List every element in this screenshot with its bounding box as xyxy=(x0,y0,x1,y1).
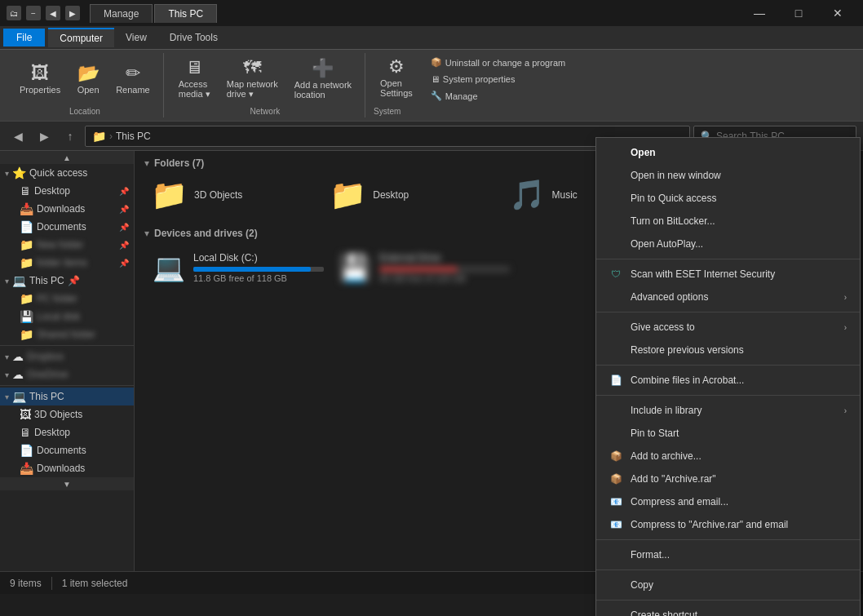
ctx-item-turn-on-bitlocker---[interactable]: Turn on BitLocker... xyxy=(596,210,860,233)
system-group-label: System xyxy=(374,105,401,116)
ctx-item-add-to--archive-rar-[interactable]: 📦Add to "Archive.rar" xyxy=(596,468,860,490)
folder-3d-objects[interactable]: 📁 3D Objects xyxy=(144,175,316,215)
sidebar-item-this-pc-bottom[interactable]: ▾ 💻 This PC xyxy=(0,388,134,405)
system-icon[interactable]: 🗂 xyxy=(7,6,21,20)
uninstall-icon: 📦 xyxy=(431,57,442,68)
back-btn[interactable]: ◀ xyxy=(46,6,60,20)
ctx-item-compress-to--archive-rar--and-email[interactable]: 📧Compress to "Archive.rar" and email xyxy=(596,513,860,536)
scroll-down-btn[interactable]: ▼ xyxy=(0,477,134,490)
ctx-icon-spacer-3 xyxy=(609,215,622,228)
sidebar-item-this-pc-top[interactable]: ▾ 💻 This PC 📌 xyxy=(0,272,134,290)
ctx-item-open-in-new-window[interactable]: Open in new window xyxy=(596,164,860,187)
ctx-item-pin-to-start[interactable]: Pin to Start xyxy=(596,422,860,445)
tab-computer[interactable]: Computer xyxy=(48,28,114,47)
folders-section-title: Folders (7) xyxy=(154,157,204,169)
ctx-item-advanced-options[interactable]: Advanced options› xyxy=(596,286,860,308)
sidebar-item-downloads-bottom[interactable]: 📥 Downloads xyxy=(0,459,134,477)
location-group-label: Location xyxy=(69,105,100,116)
address-folder-icon: 📁 xyxy=(92,130,106,143)
minimize-btn[interactable]: — xyxy=(741,0,778,26)
this-pc-top-label: This PC xyxy=(29,275,64,286)
downloads-label: Downloads xyxy=(37,203,116,215)
sidebar-item-downloads[interactable]: 📥 Downloads 📌 xyxy=(0,200,134,218)
ctx-item-give-access-to[interactable]: Give access to› xyxy=(596,316,860,339)
folder-desktop[interactable]: 📁 Desktop xyxy=(323,175,495,215)
ctx-item-combine-files-in-acrobat---[interactable]: 📄Combine files in Acrobat... xyxy=(596,369,860,392)
sidebar-item-documents[interactable]: 📄 Documents 📌 xyxy=(0,218,134,236)
sidebar-item-onedrive[interactable]: ▾ ☁ OneDrive xyxy=(0,366,134,383)
ribbon-add-network-btn[interactable]: ➕ Add a networklocation xyxy=(288,56,358,103)
drive-c[interactable]: 💻 Local Disk (C:) 11.8 GB free of 118 GB xyxy=(144,246,324,290)
ctx-icon-spacer-1 xyxy=(609,169,622,182)
ctx-icon-18: 📧 xyxy=(609,495,622,508)
title-bar-icons[interactable]: 🗂 − ◀ ▶ xyxy=(7,6,80,20)
forward-btn[interactable]: ▶ xyxy=(65,6,80,20)
ctx-label-9: Give access to xyxy=(631,321,836,333)
ctx-sep-20 xyxy=(596,539,860,540)
ctx-arrow-9: › xyxy=(844,323,847,332)
ctx-label-19: Compress to "Archive.rar" and email xyxy=(631,519,847,530)
sidebar-item-blurred2[interactable]: 📁 folder items 📌 xyxy=(0,254,134,272)
ribbon-open-settings-btn[interactable]: ⚙ OpenSettings xyxy=(374,55,419,104)
ribbon-manage-btn[interactable]: 🔧 Manage xyxy=(426,88,570,104)
sidebar-item-dropbox[interactable]: ▾ ☁ Dropbox xyxy=(0,348,134,366)
ctx-item-open-autoplay---[interactable]: Open AutoPlay... xyxy=(596,233,860,255)
ctx-icon-spacer-0 xyxy=(609,146,622,159)
ctx-item-add-to-archive---[interactable]: 📦Add to archive... xyxy=(596,445,860,468)
ctx-item-pin-to-quick-access[interactable]: Pin to Quick access xyxy=(596,187,860,210)
ribbon-open-btn[interactable]: 📂 Open xyxy=(70,61,106,98)
tab-view[interactable]: View xyxy=(114,29,158,47)
ribbon-map-network-btn[interactable]: 🗺 Map networkdrive ▾ xyxy=(220,55,285,103)
ribbon-system-props-btn[interactable]: 🖥 System properties xyxy=(426,72,570,86)
ribbon-uninstall-btn[interactable]: 📦 Uninstall or change a program xyxy=(426,55,570,70)
forward-nav-btn[interactable]: ▶ xyxy=(33,125,55,148)
ctx-item-scan-with-eset-internet-security[interactable]: 🛡Scan with ESET Internet Security xyxy=(596,263,860,286)
ribbon-rename-btn[interactable]: ✏ Rename xyxy=(109,61,157,98)
up-nav-btn[interactable]: ↑ xyxy=(59,125,82,148)
sidebar-item-blurred1[interactable]: 📁 New folder 📌 xyxy=(0,236,134,254)
onedrive-label: OneDrive xyxy=(27,369,69,380)
ctx-item-create-shortcut[interactable]: Create shortcut xyxy=(596,604,860,616)
maximize-btn[interactable]: □ xyxy=(780,0,817,26)
ribbon-access-media-btn[interactable]: 🖥 Accessmedia ▾ xyxy=(172,55,217,103)
ctx-item-open[interactable]: Open xyxy=(596,141,860,164)
tab-drive-tools[interactable]: Drive Tools xyxy=(158,29,229,47)
tab-file[interactable]: File xyxy=(3,29,45,47)
drive-c-size: 11.8 GB free of 118 GB xyxy=(193,273,324,283)
ctx-item-format---[interactable]: Format... xyxy=(596,543,860,566)
ctx-item-copy[interactable]: Copy xyxy=(596,574,860,596)
status-sep xyxy=(51,577,52,590)
system-buttons: ⚙ OpenSettings 📦 Uninstall or change a p… xyxy=(374,55,570,104)
ctx-icon-19: 📧 xyxy=(609,518,622,531)
ctx-label-21: Format... xyxy=(631,549,847,561)
ctx-icon-spacer-21 xyxy=(609,548,622,561)
map-network-label: Map networkdrive ▾ xyxy=(227,79,278,100)
drive-2[interactable]: 💾 External Drive 45 GB free of 120 GB xyxy=(330,246,510,290)
quick-access-btn[interactable]: − xyxy=(26,6,41,20)
blurred4-icon: 💾 xyxy=(20,310,33,323)
desktop-label: Desktop xyxy=(34,185,116,197)
sidebar-item-blurred3[interactable]: 📁 PC folder xyxy=(0,290,134,308)
rename-label: Rename xyxy=(116,85,150,95)
sidebar-item-desktop-bottom[interactable]: 🖥 Desktop xyxy=(0,423,134,441)
ctx-item-include-in-library[interactable]: Include in library› xyxy=(596,399,860,422)
tab-manage[interactable]: Manage xyxy=(90,4,153,23)
tab-this-pc[interactable]: This PC xyxy=(154,4,217,23)
ctx-item-restore-previous-versions[interactable]: Restore previous versions xyxy=(596,339,860,361)
folder-music-icon: 🎵 xyxy=(509,180,546,210)
sidebar-item-blurred5[interactable]: 📁 Shared folder xyxy=(0,326,134,343)
sidebar-item-documents-bottom[interactable]: 📄 Documents xyxy=(0,441,134,459)
sidebar-item-3d-objects[interactable]: 🖼 3D Objects xyxy=(0,405,134,423)
scroll-up-btn[interactable]: ▲ xyxy=(0,151,134,164)
window-controls[interactable]: — □ ✕ xyxy=(741,0,856,26)
back-nav-btn[interactable]: ◀ xyxy=(7,125,29,148)
ctx-label-14: Include in library xyxy=(631,405,836,416)
ctx-label-6: Scan with ESET Internet Security xyxy=(631,268,847,280)
sidebar-item-desktop[interactable]: 🖥 Desktop 📌 xyxy=(0,182,134,200)
this-pc-top-chevron: ▾ xyxy=(5,277,9,286)
close-btn[interactable]: ✕ xyxy=(819,0,856,26)
ctx-item-compress-and-email---[interactable]: 📧Compress and email... xyxy=(596,490,860,513)
sidebar-item-blurred4[interactable]: 💾 Local disk xyxy=(0,308,134,326)
sidebar-item-quick-access[interactable]: ▾ ⭐ Quick access xyxy=(0,164,134,182)
ribbon-properties-btn[interactable]: 🖼 Properties xyxy=(13,61,67,98)
